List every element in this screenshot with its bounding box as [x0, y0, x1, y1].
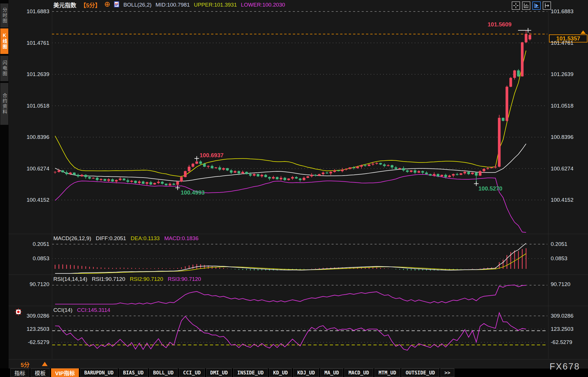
boll-bands	[55, 50, 526, 232]
timeframe-bar: 5分	[9, 359, 588, 368]
sidebar-item-3[interactable]: 合约资料	[0, 83, 8, 125]
candlestick-layer	[54, 30, 531, 188]
cci-y-axis-label: -62.5279	[9, 339, 50, 345]
tab-macd[interactable]: MACD_UD	[344, 368, 373, 377]
main-y-axis-label: 101.6883	[9, 8, 50, 15]
axis-scale-icon[interactable]	[522, 1, 530, 10]
indicator-chart-icon[interactable]	[114, 1, 119, 9]
rsi1-value: RSI1:90.7120	[92, 276, 125, 282]
rsi-y-axis-label: 90.7120	[551, 281, 587, 287]
tab-barupdn[interactable]: BARUPDN_UD	[80, 368, 118, 377]
macd-layer	[55, 243, 526, 273]
tab-mtm[interactable]: MTM_UD	[375, 368, 400, 377]
timeframe-label[interactable]: 5分	[21, 360, 30, 369]
brand-logo: FX678	[550, 362, 580, 372]
tab-more[interactable]: >>	[441, 368, 454, 377]
timeframe-tag: 【5分】	[80, 1, 101, 9]
pane-separators	[9, 8, 588, 359]
macd-dea-value: DEA:0.1133	[131, 235, 160, 242]
chart-header: 美元指数 【5分】 BOLL(26,2) MID:100.7981 UPPER:…	[53, 1, 285, 9]
tab-vip-indicators[interactable]: VIP指标	[51, 368, 79, 377]
sidebar-item-0[interactable]: 分时图	[0, 3, 8, 28]
main-y-axis-label: 100.6274	[551, 166, 587, 172]
macd-y-axis-label: 0.0853	[551, 255, 587, 262]
cci-y-axis-label: -62.5279	[551, 339, 587, 345]
axis-play-icon[interactable]	[532, 1, 541, 10]
boll-params-label: BOLL(26,2)	[123, 2, 151, 8]
tab-indicators[interactable]: 指标	[10, 368, 29, 377]
trading-app: 分时图K线图闪电图合约资料 美元指数 【5分】 BOLL(26,2) MID:1…	[0, 0, 588, 377]
rsi3-value: RSI3:90.7120	[168, 276, 201, 282]
main-y-axis-label: 100.4152	[551, 197, 587, 203]
cci-y-axis-label: 123.2503	[9, 326, 50, 332]
rsi-line	[55, 285, 526, 304]
main-y-axis-label: 101.2639	[551, 71, 587, 77]
cci-y-axis-label: 123.2503	[551, 326, 587, 332]
cci-value: CCI:145.3114	[77, 307, 110, 313]
timeframe-up-arrow-icon[interactable]	[42, 362, 48, 366]
local-high-label: 100.6937	[200, 152, 223, 159]
tab-outside[interactable]: OUTSIDE_UD	[402, 368, 439, 377]
main-y-axis-label: 101.0518	[551, 103, 587, 109]
macd-y-axis-label: 0.0853	[9, 255, 50, 262]
boll-lower-line	[55, 174, 526, 232]
main-y-axis-label: 100.4152	[9, 197, 50, 203]
main-y-axis-label: 100.8396	[9, 134, 50, 140]
tab-cci[interactable]: CCI_UD	[179, 368, 205, 377]
globe-icon[interactable]	[105, 2, 110, 8]
macd-macd-value: MACD:0.1836	[164, 235, 198, 242]
price-up-arrow-icon	[581, 30, 586, 34]
chart-toolbar	[512, 1, 551, 10]
macd-diff-line	[55, 243, 526, 273]
main-y-axis-label: 100.6274	[9, 166, 50, 172]
tab-inside[interactable]: INSIDE_UD	[233, 368, 268, 377]
tab-boll[interactable]: BOLL_UD	[149, 368, 178, 377]
cci-title: CCI(14)	[53, 307, 73, 313]
main-y-axis-label: 101.0518	[9, 103, 50, 109]
sidebar-item-2[interactable]: 闪电图	[0, 56, 8, 81]
macd-y-axis-label: 0.2051	[551, 241, 587, 247]
sidebar-item-1[interactable]: K线图	[0, 28, 8, 54]
cci-y-axis-label: 309.0286	[551, 313, 587, 319]
boll-upper-line	[55, 50, 526, 176]
sidebar: 分时图K线图闪电图合约资料	[0, 0, 9, 377]
local-low-label: 100.4993	[181, 189, 205, 196]
rsi-y-axis-label: 90.7120	[9, 281, 50, 287]
crosshair-icon[interactable]	[512, 1, 520, 10]
tab-kdj[interactable]: KDJ_UD	[293, 368, 319, 377]
swing-high-label: 101.5609	[488, 21, 511, 28]
symbol-name: 美元指数	[53, 1, 76, 9]
main-y-axis-label: 101.4761	[9, 40, 50, 46]
boll-mid-value: MID:100.7981	[155, 2, 190, 8]
tab-kd[interactable]: KD_UD	[269, 368, 292, 377]
macd-header: MACD(26,12,9) DIFF:0.2051 DEA:0.1133 MAC…	[53, 235, 198, 242]
macd-diff-value: DIFF:0.2051	[96, 235, 126, 242]
cci-line	[55, 313, 526, 350]
tab-dmi[interactable]: DMI_UD	[206, 368, 232, 377]
macd-dea-line	[55, 254, 526, 273]
tab-bias[interactable]: BIAS_UD	[119, 368, 148, 377]
boll-upper-value: UPPER:101.3931	[194, 2, 237, 8]
main-y-axis-label: 100.8396	[551, 134, 587, 140]
cci-layer	[55, 313, 526, 350]
main-y-axis-label: 101.2639	[9, 71, 50, 77]
rsi-header: RSI(14,14,14) RSI1:90.7120 RSI2:90.7120 …	[53, 276, 201, 282]
tab-ma[interactable]: MA_UD	[320, 368, 343, 377]
pullback-low-label: 100.5270	[478, 185, 502, 192]
rsi-title: RSI(14,14,14)	[53, 276, 87, 282]
macd-y-axis-label: 0.2051	[9, 241, 50, 247]
rsi2-value: RSI2:90.7120	[130, 276, 163, 282]
boll-lower-value: LOWER:100.2030	[241, 2, 285, 8]
rsi-layer	[55, 285, 526, 304]
main-y-axis-label: 101.4761	[551, 40, 587, 46]
cci-header: CCI(14) CCI:145.3114	[53, 307, 110, 313]
indicator-tab-bar: 指标模板VIP指标BARUPDN_UDBIAS_UDBOLL_UDCCI_UDD…	[0, 368, 588, 377]
main-y-axis-label: 101.6883	[551, 8, 587, 15]
gridlines	[52, 11, 547, 345]
axis-pan-icon[interactable]	[543, 1, 551, 10]
macd-title: MACD(26,12,9)	[53, 235, 91, 242]
tab-templates[interactable]: 模板	[31, 368, 50, 377]
cci-y-axis-label: 309.0286	[9, 313, 50, 319]
